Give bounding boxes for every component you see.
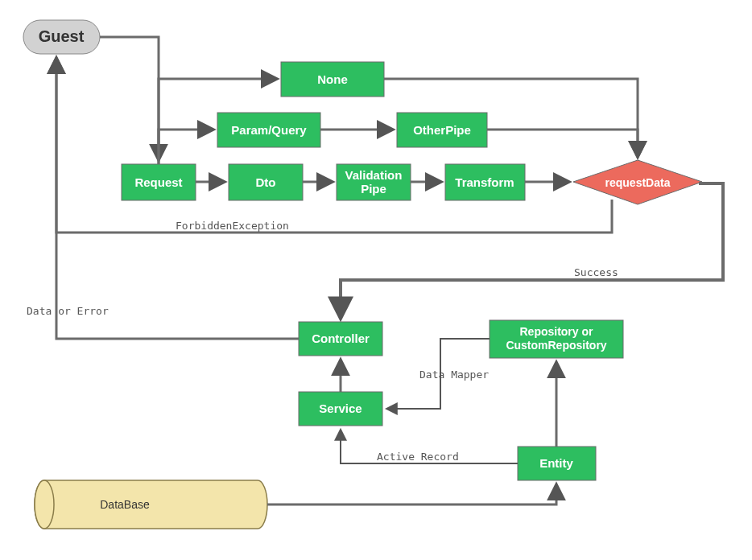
edge-forbidden-exception-label: ForbiddenException [176, 220, 289, 232]
node-none-label: None [317, 72, 348, 86]
node-transform-label: Transform [455, 175, 514, 189]
edge-data-mapper-label: Data Mapper [419, 369, 489, 381]
node-repository-label-1: Repository or [519, 325, 593, 338]
node-entity-label: Entity [539, 456, 573, 470]
edge-success [341, 183, 723, 317]
node-database: DataBase [35, 480, 267, 529]
svg-point-0 [35, 480, 54, 529]
node-other-pipe-label: OtherPipe [413, 123, 471, 137]
node-validation-pipe-label-2: Pipe [361, 182, 386, 196]
node-service-label: Service [319, 401, 362, 415]
edge-guest-request [100, 37, 159, 159]
node-repository-label-2: CustomRepository [506, 339, 606, 352]
node-param-query-label: Param/Query [231, 123, 307, 137]
node-guest-label: Guest [39, 27, 85, 45]
node-validation-pipe-label-1: Validation [345, 168, 403, 182]
edge-data-or-error-label: Data or Error [27, 305, 109, 317]
node-request-label: Request [134, 175, 182, 189]
node-request-data-label: requestData [605, 176, 671, 189]
node-controller-label: Controller [312, 331, 370, 345]
flow-diagram: Guest None Param/Query OtherPipe Request… [0, 0, 752, 560]
edge-otherpipe-requestdata [487, 130, 638, 156]
edge-database-entity [267, 485, 556, 504]
edge-success-label: Success [574, 266, 618, 278]
edge-request-paramquery [159, 130, 213, 164]
edge-active-record-label: Active Record [377, 451, 459, 463]
node-database-label: DataBase [100, 498, 150, 511]
node-dto-label: Dto [256, 175, 276, 189]
